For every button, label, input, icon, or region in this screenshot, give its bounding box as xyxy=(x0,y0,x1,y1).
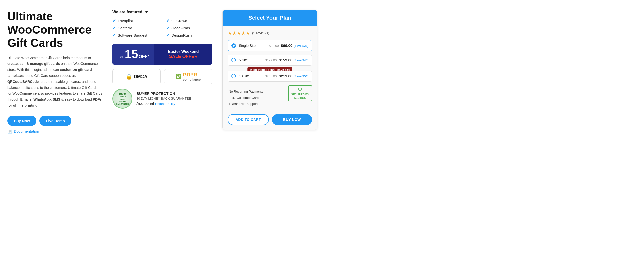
promo-banner: Flat 15 OFF* Easter Weekend SALE OFFER xyxy=(112,44,212,65)
description: Ultimate WooCommerce Gift Cards help mer… xyxy=(8,55,102,109)
middle-column: We are featured in: ✔ Trustpilot ✔ G2Cro… xyxy=(112,10,212,109)
lock-icon: 🔒 xyxy=(126,74,132,80)
money-back-section: 100% MONEY BACK 30 DAYS GUARANTEE BUYER … xyxy=(112,89,212,109)
buy-now-plan-button[interactable]: BUY NOW xyxy=(272,114,312,125)
sectigo-badge: 🛡 SECURED BY SECTIGO xyxy=(288,85,312,102)
main-title: Ultimate WooCommerce Gift Cards xyxy=(8,10,102,50)
check-icon: ✔ xyxy=(166,26,169,31)
add-to-cart-button[interactable]: ADD TO CART xyxy=(228,114,269,125)
featured-item-designrush: ✔ DesignRush xyxy=(166,33,212,38)
check-icon: ✔ xyxy=(112,26,116,31)
refund-policy-link[interactable]: Refund Policy xyxy=(155,102,175,106)
dmca-badge: 🔒 DM©A xyxy=(112,69,161,84)
radio-single-site xyxy=(231,44,236,48)
featured-item-trustpilot: ✔ Trustpilot xyxy=(112,19,159,23)
plan-option-5-site[interactable]: 5 Site $199.00 $159.00 (Save $40) xyxy=(228,55,312,66)
promo-right: Easter Weekend SALE OFFER xyxy=(154,46,212,63)
left-column: Ultimate WooCommerce Gift Cards Ultimate… xyxy=(8,10,102,134)
check-icon: ✔ xyxy=(112,19,116,23)
gdpr-badge: ✅ GDPR compliance xyxy=(164,69,212,84)
documentation-button[interactable]: 📄 Documentation xyxy=(8,129,39,134)
buy-now-button[interactable]: Buy Now xyxy=(8,116,36,126)
reviews-count: (9 reviews) xyxy=(252,31,269,35)
featured-item-goodfirms: ✔ GoodFirms xyxy=(166,26,212,31)
plan-selector-column: Select Your Plan ★★★★★ (9 reviews) Singl… xyxy=(222,10,317,130)
featured-item-g2crowd: ✔ G2Crowd xyxy=(166,19,212,23)
cart-buttons: ADD TO CART BUY NOW xyxy=(228,114,312,125)
featured-in-title: We are featured in: xyxy=(112,10,212,15)
radio-10-site xyxy=(231,74,236,79)
featured-item-capterra: ✔ Capterra xyxy=(112,26,159,31)
plan-option-wrapper-10site: Most Valued Plan - save $54 10 Site $265… xyxy=(228,71,312,82)
featured-item-software-suggest: ✔ Software Suggest xyxy=(112,33,159,38)
check-icon: ✔ xyxy=(112,33,116,38)
featured-list: ✔ Trustpilot ✔ G2Crowd ✔ Capterra ✔ Good… xyxy=(112,19,212,38)
shield-icon: 🛡 xyxy=(298,87,302,93)
plan-features-row: -No Recurring Payments -24x7 Customer Ca… xyxy=(228,85,312,111)
star-rating: ★★★★★ xyxy=(228,30,250,36)
document-icon: 📄 xyxy=(8,129,12,134)
check-icon: ✔ xyxy=(166,33,169,38)
plan-header: Select Your Plan xyxy=(222,10,317,26)
plan-option-single-site[interactable]: Single Site $92.00 $69.00 (Save $23) xyxy=(228,40,312,51)
plan-features: -No Recurring Payments -24x7 Customer Ca… xyxy=(228,89,288,107)
money-back-badge: 100% MONEY BACK 30 DAYS GUARANTEE xyxy=(112,89,132,109)
radio-5-site xyxy=(231,58,236,63)
plan-option-wrapper-single: Single Site $92.00 $69.00 (Save $23) xyxy=(228,40,312,51)
plan-option-wrapper-5site: 5 Site $199.00 $159.00 (Save $40) xyxy=(228,55,312,66)
promo-left: Flat 15 OFF* xyxy=(112,44,154,65)
checkmark-circle-icon: ✅ xyxy=(176,74,181,80)
plan-card: Select Your Plan ★★★★★ (9 reviews) Singl… xyxy=(222,10,317,130)
action-buttons: Buy Now Live Demo 📄 Documentation xyxy=(8,116,102,134)
plan-body: ★★★★★ (9 reviews) Single Site $92.00 $69… xyxy=(222,26,317,130)
money-back-info: BUYER PROTECTION 30 DAY MONEY BACK GUARA… xyxy=(136,92,212,106)
plan-option-10-site[interactable]: 10 Site $265.00 $211.00 (Save $54) xyxy=(228,71,312,82)
badge-row: 🔒 DM©A ✅ GDPR compliance xyxy=(112,69,212,84)
live-demo-button[interactable]: Live Demo xyxy=(40,116,72,126)
check-icon: ✔ xyxy=(166,19,169,23)
star-row: ★★★★★ (9 reviews) xyxy=(228,30,312,36)
